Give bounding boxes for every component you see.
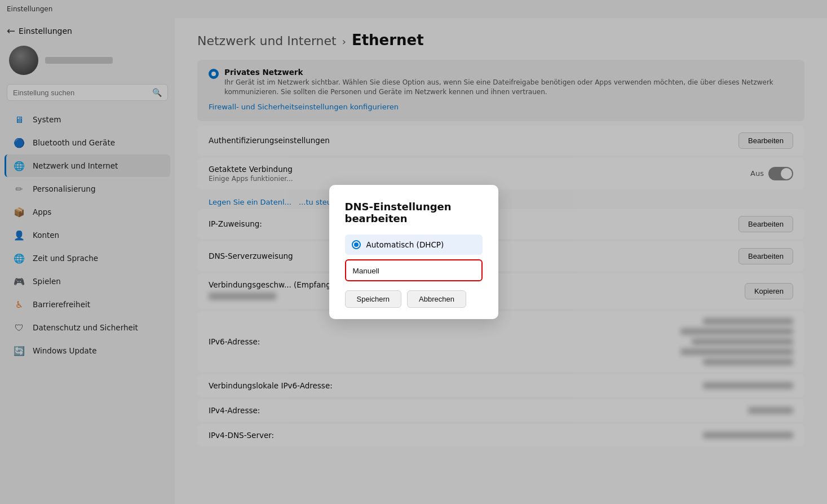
dialog-option-auto[interactable]: Automatisch (DHCP) [345, 235, 483, 255]
dialog-manual-input[interactable] [353, 267, 475, 275]
dialog-title: DNS-Einstellungen bearbeiten [345, 201, 483, 224]
dialog-option-manual-container[interactable] [345, 259, 483, 281]
dns-settings-dialog: DNS-Einstellungen bearbeiten Automatisch… [329, 185, 498, 319]
dialog-option-auto-label: Automatisch (DHCP) [366, 240, 444, 249]
dialog-radio-auto [352, 240, 361, 249]
dialog-save-button[interactable]: Speichern [345, 290, 402, 308]
dialog-cancel-button[interactable]: Abbrechen [407, 290, 466, 308]
dialog-buttons: Speichern Abbrechen [345, 290, 483, 308]
dialog-overlay: DNS-Einstellungen bearbeiten Automatisch… [0, 0, 827, 504]
